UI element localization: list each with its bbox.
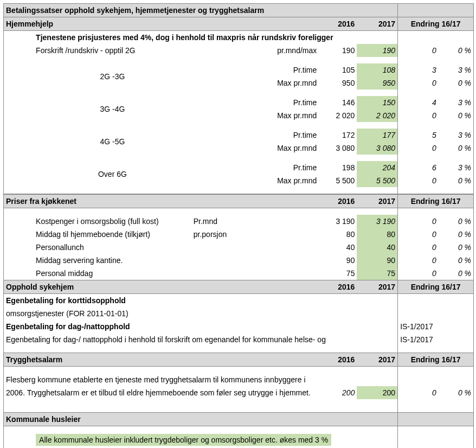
row-pct: 0 % xyxy=(439,241,473,254)
row-diff: 3 xyxy=(398,63,439,76)
col-2017: 2017 xyxy=(357,17,397,31)
row-2017: 75 xyxy=(357,267,397,280)
row-2017: 40 xyxy=(357,241,397,254)
row-diff: 0 xyxy=(398,215,439,228)
row-2017: 3 190 xyxy=(357,215,397,228)
row-unit: pr.porsjon xyxy=(191,228,267,241)
trygghet-row: 2006. Trygghetsalarm er et tilbud til el… xyxy=(4,386,473,399)
row-diff: 5 xyxy=(398,129,439,142)
kjokken-row: Middag servering kantine.909000 % xyxy=(4,254,473,267)
row-2016: 172 xyxy=(319,129,357,142)
row-unit xyxy=(191,241,267,254)
row-pct: 3 % xyxy=(439,161,473,174)
section-header-kjokken: Priser fra kjøkkenet 2016 2017 Endring 1… xyxy=(4,195,473,208)
row-2017: 150 xyxy=(357,96,397,109)
row-2016: 190 xyxy=(319,44,357,57)
section-label: Kommunale husleier xyxy=(4,413,398,426)
row-unit: Max pr.mnd xyxy=(267,76,319,89)
row-unit: Pr.time xyxy=(267,129,319,142)
group-label: 2G -3G xyxy=(34,63,191,89)
row-label: Personal middag xyxy=(34,267,191,280)
trygghet-2016: 200 xyxy=(319,386,357,399)
row-2016: 146 xyxy=(319,96,357,109)
group-row: Over 6GPr.time19820463 % xyxy=(4,161,473,174)
row-2016: 75 xyxy=(319,267,357,280)
row-pct: 0 % xyxy=(439,44,473,57)
page-title: Betalingssatser opphold sykehjem, hjemme… xyxy=(4,4,398,17)
intro-text: Tjenestene prisjusteres med 4%, dog i he… xyxy=(34,31,398,44)
row-2017: 190 xyxy=(357,44,397,57)
trygghet-pct: 0 % xyxy=(439,386,473,399)
sykehjem-line4: Egenbetaling for dag-/ nattopphold i hen… xyxy=(4,333,473,346)
row-pct: 0 % xyxy=(439,142,473,155)
row-opptil-2g: Forskrift /rundskriv - opptil 2G pr.mnd/… xyxy=(4,44,473,57)
trygghet-text1: Flesberg kommune etablerte en tjeneste m… xyxy=(4,373,473,386)
row-diff: 0 xyxy=(398,241,439,254)
group-row: 2G -3GPr.time10510833 % xyxy=(4,63,473,76)
row-unit: pr.mnd/max xyxy=(267,44,319,57)
row-2016: 90 xyxy=(319,254,357,267)
row-label: Middag til hjemmeboende (tilkjørt) xyxy=(34,228,191,241)
section-label: Hjemmehjelp xyxy=(4,17,319,31)
intro-row: Tjenestene prisjusteres med 4%, dog i he… xyxy=(4,31,473,44)
row-unit: Max pr.mnd xyxy=(267,142,319,155)
row-2017: 950 xyxy=(357,76,397,89)
row-2016: 5 500 xyxy=(319,174,357,187)
trygghet-2017: 200 xyxy=(357,386,397,399)
row-unit: Max pr.mnd xyxy=(267,109,319,122)
row-2016: 950 xyxy=(319,76,357,89)
row-pct: 0 % xyxy=(439,76,473,89)
row-2017: 108 xyxy=(357,63,397,76)
title-row: Betalingssatser opphold sykehjem, hjemme… xyxy=(4,4,473,17)
row-diff: 0 xyxy=(398,109,439,122)
col-2016: 2016 xyxy=(319,17,357,31)
husleier-note-row: Alle kommunale husleier inkludert trygde… xyxy=(4,433,473,447)
section-label: Trygghetsalarm xyxy=(4,353,319,367)
row-label: Forskrift /rundskriv - opptil 2G xyxy=(34,44,191,57)
row-diff: 0 xyxy=(398,228,439,241)
sykehjem-line2: omsorgstjenester (FOR 2011-01-01) xyxy=(4,307,473,320)
row-2016: 105 xyxy=(319,63,357,76)
row-label: Middag servering kantine. xyxy=(34,254,191,267)
row-2017: 177 xyxy=(357,129,397,142)
rates-sheet: Betalingssatser opphold sykehjem, hjemme… xyxy=(3,3,474,448)
section-header-trygghet: Trygghetsalarm 2016 2017 Endring 16/17 xyxy=(4,353,473,367)
kjokken-row: Middag til hjemmeboende (tilkjørt)pr.por… xyxy=(4,228,473,241)
kjokken-row: Personallunch404000 % xyxy=(4,241,473,254)
husleier-note: Alle kommunale husleier inkludert trygde… xyxy=(36,434,331,446)
row-unit: Pr.time xyxy=(267,63,319,76)
row-diff: 0 xyxy=(398,44,439,57)
row-diff: 0 xyxy=(398,76,439,89)
row-unit xyxy=(191,267,267,280)
row-2016: 3 190 xyxy=(319,215,357,228)
row-unit xyxy=(191,254,267,267)
row-unit: Pr.time xyxy=(267,161,319,174)
group-label: Over 6G xyxy=(34,161,191,187)
row-2016: 198 xyxy=(319,161,357,174)
sykehjem-line3: Egenbetaling for dag-/nattopphold IS-1/2… xyxy=(4,320,473,333)
kjokken-row: Kostpenger i omsorgsbolig (full kost)Pr.… xyxy=(4,215,473,228)
kjokken-row: Personal middag757500 % xyxy=(4,267,473,280)
section-label: Priser fra kjøkkenet xyxy=(4,195,319,208)
col-change: Endring 16/17 xyxy=(398,17,473,31)
row-2017: 2 020 xyxy=(357,109,397,122)
group-label: 3G -4G xyxy=(34,96,191,122)
row-diff: 0 xyxy=(398,267,439,280)
row-2017: 3 080 xyxy=(357,142,397,155)
row-pct: 0 % xyxy=(439,267,473,280)
group-label: 4G -5G xyxy=(34,129,191,155)
row-diff: 6 xyxy=(398,161,439,174)
row-unit: Pr.time xyxy=(267,96,319,109)
row-unit: Max pr.mnd xyxy=(267,174,319,187)
row-diff: 0 xyxy=(398,142,439,155)
row-2017: 5 500 xyxy=(357,174,397,187)
sykehjem-line1: Egenbetaling for korttidsopphold xyxy=(4,294,473,308)
row-pct: 0 % xyxy=(439,174,473,187)
row-unit: Pr.mnd xyxy=(191,215,267,228)
section-header-sykehjem: Opphold sykehjem 2016 2017 Endring 16/17 xyxy=(4,280,473,294)
row-2016: 40 xyxy=(319,241,357,254)
row-pct: 0 % xyxy=(439,109,473,122)
row-pct: 3 % xyxy=(439,96,473,109)
row-diff: 0 xyxy=(398,254,439,267)
row-pct: 3 % xyxy=(439,63,473,76)
